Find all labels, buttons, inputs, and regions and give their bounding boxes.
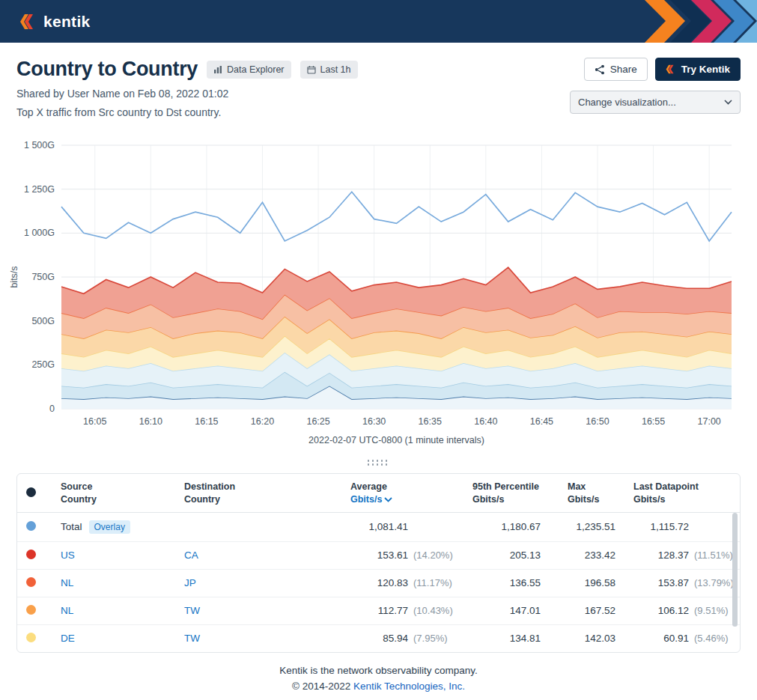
share-icon xyxy=(595,64,605,75)
svg-text:16:05: 16:05 xyxy=(83,416,106,427)
page-title: Country to Country xyxy=(16,58,198,81)
destination-country[interactable]: CA xyxy=(184,550,198,561)
view-description: Top X traffic from Src country to Dst co… xyxy=(16,106,358,118)
col-source-country[interactable]: Source Country xyxy=(52,474,175,512)
svg-text:16:20: 16:20 xyxy=(251,416,274,427)
max-value: 196.58 xyxy=(550,569,624,597)
table-body: Total Overlay 1,081.41 1,180.67 1,235.51… xyxy=(17,512,741,652)
try-kentik-button[interactable]: Try Kentik xyxy=(655,58,741,81)
average-value: 1,081.41 xyxy=(368,521,408,532)
legend-dot[interactable] xyxy=(26,550,36,559)
sort-chevron-down-icon[interactable] xyxy=(384,497,392,502)
svg-text:16:55: 16:55 xyxy=(642,416,665,427)
resize-grip-handle[interactable] xyxy=(366,460,392,467)
col-average[interactable]: Average Gbits/s xyxy=(332,474,463,512)
logo-text: kentik xyxy=(43,13,91,31)
last-value: 153.87 xyxy=(658,577,689,588)
try-kentik-label: Try Kentik xyxy=(681,64,730,75)
change-visualization-value: Change visualization... xyxy=(578,97,676,108)
max-value: 167.52 xyxy=(550,597,624,624)
svg-text:bits/s: bits/s xyxy=(9,266,19,287)
data-explorer-label: Data Explorer xyxy=(227,64,284,75)
destination-country[interactable]: TW xyxy=(184,633,200,644)
legend-dot[interactable] xyxy=(26,521,36,531)
app-header: kentik xyxy=(0,0,757,43)
svg-text:0: 0 xyxy=(49,404,55,414)
shared-by-text: Shared by User Name on Feb 08, 2022 01:0… xyxy=(16,88,358,100)
series-table-card: Source Country Destination Country Avera… xyxy=(16,473,741,653)
last-percent: (11.51%) xyxy=(689,550,735,561)
svg-text:1 500G: 1 500G xyxy=(24,140,55,150)
average-percent: (11.17%) xyxy=(408,577,454,588)
legend-dot[interactable] xyxy=(26,605,36,615)
source-country[interactable]: US xyxy=(61,550,75,561)
p95-value: 205.13 xyxy=(463,541,550,569)
page-top: Country to Country Data Explorer Last 1h… xyxy=(0,43,757,123)
col-max[interactable]: Max Gbits/s xyxy=(550,474,624,512)
footer-tagline: Kentik is the network observability comp… xyxy=(0,665,757,676)
col-destination-country[interactable]: Destination Country xyxy=(175,474,332,512)
source-country[interactable]: DE xyxy=(61,633,75,644)
svg-text:250G: 250G xyxy=(31,359,55,370)
svg-text:17:00: 17:00 xyxy=(698,416,721,427)
time-range-badge[interactable]: Last 1h xyxy=(300,61,358,79)
kentik-logo[interactable]: kentik xyxy=(0,13,91,31)
p95-value: 136.55 xyxy=(463,569,550,597)
svg-text:500G: 500G xyxy=(31,316,55,326)
svg-text:16:25: 16:25 xyxy=(306,416,329,427)
last-percent: (13.79%) xyxy=(689,577,735,588)
table-row: DE TW 85.94(7.95%) 134.81 142.03 60.91(5… xyxy=(17,624,741,652)
svg-text:750G: 750G xyxy=(31,272,55,282)
p95-value: 134.81 xyxy=(463,624,550,652)
calendar-icon xyxy=(307,65,316,74)
share-button[interactable]: Share xyxy=(584,58,648,81)
legend-toggle-all-dot[interactable] xyxy=(26,487,36,497)
footer-copyright: © 2014-2022 xyxy=(292,681,353,692)
max-value: 142.03 xyxy=(550,624,624,652)
max-value: 1,235.51 xyxy=(550,512,624,541)
last-percent: (9.51%) xyxy=(689,605,735,616)
table-row: NL TW 112.77(10.43%) 147.01 167.52 106.1… xyxy=(17,597,741,624)
svg-text:16:15: 16:15 xyxy=(195,416,218,427)
last-value: 106.12 xyxy=(658,605,689,616)
legend-dot[interactable] xyxy=(26,633,36,642)
table-header-row: Source Country Destination Country Avera… xyxy=(17,474,741,512)
average-percent: (10.43%) xyxy=(408,605,454,616)
destination-country[interactable]: JP xyxy=(184,577,196,588)
kentik-chevron-icon-small xyxy=(666,64,676,74)
overlay-badge: Overlay xyxy=(89,520,130,534)
p95-value: 147.01 xyxy=(463,597,550,624)
svg-text:16:45: 16:45 xyxy=(530,416,553,427)
legend-dot[interactable] xyxy=(26,577,36,587)
source-country[interactable]: Total xyxy=(61,521,82,532)
svg-text:1 250G: 1 250G xyxy=(24,184,55,195)
average-value: 85.94 xyxy=(383,633,408,644)
footer-company-link[interactable]: Kentik Technologies, Inc. xyxy=(353,681,465,692)
toolbar-right: Share Try Kentik Change visualization... xyxy=(570,58,741,118)
col-last-datapoint[interactable]: Last Datapoint Gbits/s xyxy=(624,474,741,512)
svg-text:16:35: 16:35 xyxy=(419,416,442,427)
col-95th-percentile[interactable]: 95th Percentile Gbits/s xyxy=(463,474,550,512)
title-block: Country to Country Data Explorer Last 1h… xyxy=(16,58,358,118)
chevron-down-icon xyxy=(724,100,732,105)
source-country[interactable]: NL xyxy=(61,577,73,588)
source-country[interactable]: NL xyxy=(61,605,73,616)
last-value: 60.91 xyxy=(663,633,689,644)
average-value: 120.83 xyxy=(377,577,408,588)
table-scrollbar[interactable] xyxy=(732,513,738,627)
data-explorer-badge[interactable]: Data Explorer xyxy=(207,61,291,79)
table-row: US CA 153.61(14.20%) 205.13 233.42 128.3… xyxy=(17,541,741,569)
average-percent: (14.20%) xyxy=(408,550,454,561)
last-value: 128.37 xyxy=(658,550,689,561)
page-footer: Kentik is the network observability comp… xyxy=(0,653,757,700)
svg-text:16:10: 16:10 xyxy=(139,416,162,427)
destination-country[interactable]: TW xyxy=(184,605,200,616)
header-chevron-art xyxy=(645,0,757,43)
traffic-chart[interactable]: 16:0516:1016:1516:2016:2516:3016:3516:40… xyxy=(0,123,757,452)
svg-text:16:40: 16:40 xyxy=(474,416,497,427)
p95-value: 1,180.67 xyxy=(463,512,550,541)
change-visualization-select[interactable]: Change visualization... xyxy=(570,91,741,114)
bar-chart-icon xyxy=(213,65,222,74)
kentik-chevron-icon xyxy=(19,13,37,30)
max-value: 233.42 xyxy=(550,541,624,569)
